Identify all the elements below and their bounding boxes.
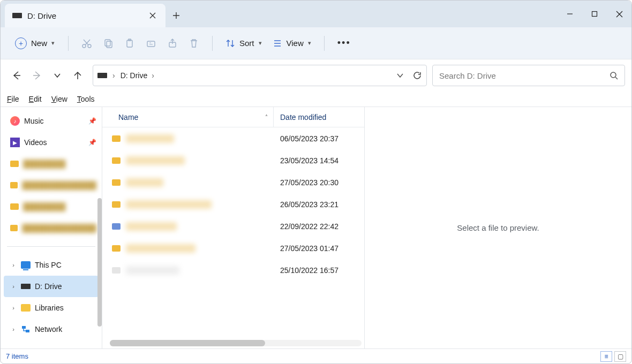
sidebar-item-music[interactable]: ♪ Music 📌 [1, 110, 102, 132]
tab-close-button[interactable] [146, 9, 159, 22]
menu-tools[interactable]: Tools [77, 95, 95, 103]
view-button[interactable]: View ▾ [268, 34, 315, 53]
body: ♪ Music 📌 ▶ Videos 📌 ████████ ██████████… [1, 107, 631, 348]
refresh-button[interactable] [412, 71, 422, 80]
menu-bar: FFileile Edit View Tools [1, 92, 631, 107]
up-button[interactable] [71, 69, 84, 82]
recent-locations-button[interactable] [51, 69, 64, 82]
file-date: 27/05/2023 01:47 [274, 244, 364, 253]
navigation-pane: ♪ Music 📌 ▶ Videos 📌 ████████ ██████████… [1, 107, 102, 348]
forward-button[interactable] [31, 69, 43, 82]
details-view-button[interactable]: ≡ [600, 351, 612, 362]
address-bar[interactable]: › D: Drive › [93, 65, 427, 86]
column-header-name[interactable]: Name ˄ [102, 107, 274, 127]
sidebar-scrollbar[interactable] [97, 198, 102, 327]
redacted-label: ████████ [23, 160, 65, 168]
arrow-up-icon [73, 71, 82, 80]
menu-view[interactable]: View [51, 95, 67, 103]
clipboard-icon [124, 38, 135, 49]
redacted-filename [126, 266, 179, 275]
close-window-button[interactable] [607, 1, 631, 27]
column-header-date[interactable]: Date modified [274, 107, 364, 127]
copy-icon [103, 38, 114, 49]
libraries-icon [21, 304, 31, 312]
menu-file[interactable]: FFileile [7, 95, 19, 103]
status-bar: 7 items ≡ ▢ [1, 348, 631, 363]
minimize-button[interactable] [558, 1, 582, 27]
thumbnails-view-button[interactable]: ▢ [614, 351, 626, 362]
sidebar-item-blurred[interactable]: ██████████████ [1, 217, 102, 239]
svg-rect-0 [592, 12, 597, 17]
expand-icon[interactable]: › [10, 305, 17, 311]
folder-icon [10, 203, 19, 210]
chevron-right-icon: › [112, 71, 115, 80]
plus-icon [172, 12, 180, 19]
sidebar-item-videos[interactable]: ▶ Videos 📌 [1, 132, 102, 153]
file-row[interactable]: 25/10/2022 16:57 [102, 259, 364, 281]
file-date: 06/05/2023 20:37 [274, 134, 364, 143]
breadcrumb-d-drive[interactable]: D: Drive › [121, 71, 154, 80]
redacted-filename [126, 222, 177, 231]
more-button[interactable]: ••• [333, 34, 355, 53]
folder-icon [10, 161, 19, 167]
file-row[interactable]: 26/05/2023 23:21 [102, 193, 364, 215]
expand-icon[interactable]: › [10, 262, 17, 268]
rename-button[interactable] [141, 34, 161, 53]
search-input[interactable] [439, 71, 610, 80]
address-history-button[interactable] [396, 72, 404, 79]
pin-icon: 📌 [88, 117, 96, 125]
file-row[interactable]: 22/09/2022 22:42 [102, 215, 364, 237]
tab-d-drive[interactable]: D: Drive [5, 4, 165, 27]
sort-button[interactable]: Sort ▾ [221, 34, 266, 53]
sidebar-item-this-pc[interactable]: › This PC [1, 254, 102, 276]
share-button[interactable] [163, 34, 182, 53]
preview-empty-text: Select a file to preview. [457, 223, 539, 232]
sidebar-item-blurred[interactable]: ████████ [1, 153, 102, 175]
sidebar-label: This PC [35, 261, 62, 269]
content-area: Name ˄ Date modified 06/05/2023 20:37 23… [102, 107, 631, 348]
plus-circle-icon: + [15, 37, 27, 49]
column-label: Date modified [280, 113, 326, 122]
file-row[interactable]: 27/05/2023 20:30 [102, 171, 364, 193]
file-date: 26/05/2023 23:21 [274, 200, 364, 209]
delete-button[interactable] [184, 34, 204, 53]
sidebar-item-libraries[interactable]: › Libraries [1, 297, 102, 318]
sidebar-item-network[interactable]: › Network [1, 318, 102, 340]
expand-icon[interactable]: › [10, 326, 17, 332]
redacted-filename [126, 156, 185, 165]
titlebar: D: Drive [1, 1, 631, 27]
sidebar-item-d-drive[interactable]: › D: Drive [4, 276, 99, 297]
svg-rect-3 [105, 40, 110, 46]
drive-icon [21, 284, 31, 289]
list-icon [273, 39, 282, 48]
new-tab-button[interactable] [165, 4, 187, 27]
breadcrumb-label: D: Drive [121, 71, 148, 80]
video-icon: ▶ [10, 138, 20, 147]
sidebar-item-blurred[interactable]: ██████████████ [1, 175, 102, 196]
paste-button[interactable] [120, 34, 139, 53]
file-icon [112, 267, 121, 274]
file-row[interactable]: 23/05/2023 14:54 [102, 149, 364, 171]
file-row[interactable]: 27/05/2023 01:47 [102, 237, 364, 259]
sort-icon [225, 39, 235, 48]
horizontal-scrollbar[interactable] [110, 340, 362, 346]
new-button[interactable]: + New ▾ [10, 34, 59, 53]
scrollbar-thumb[interactable] [110, 340, 265, 346]
svg-rect-5 [127, 40, 132, 47]
arrow-right-icon [32, 71, 42, 80]
search-box[interactable] [432, 65, 625, 86]
cut-button[interactable] [77, 34, 96, 53]
file-list: Name ˄ Date modified 06/05/2023 20:37 23… [102, 107, 365, 348]
maximize-button[interactable] [582, 1, 607, 27]
menu-edit[interactable]: Edit [29, 95, 42, 103]
sidebar-item-blurred[interactable]: ████████ [1, 196, 102, 217]
chevron-down-icon: ▾ [259, 40, 262, 47]
copy-button[interactable] [99, 34, 118, 53]
file-row[interactable]: 06/05/2023 20:37 [102, 127, 364, 149]
back-button[interactable] [10, 69, 23, 82]
new-button-label: New [31, 39, 47, 48]
file-icon [112, 223, 121, 230]
expand-icon[interactable]: › [10, 283, 17, 290]
redacted-filename [126, 244, 195, 253]
folder-icon [112, 179, 121, 186]
